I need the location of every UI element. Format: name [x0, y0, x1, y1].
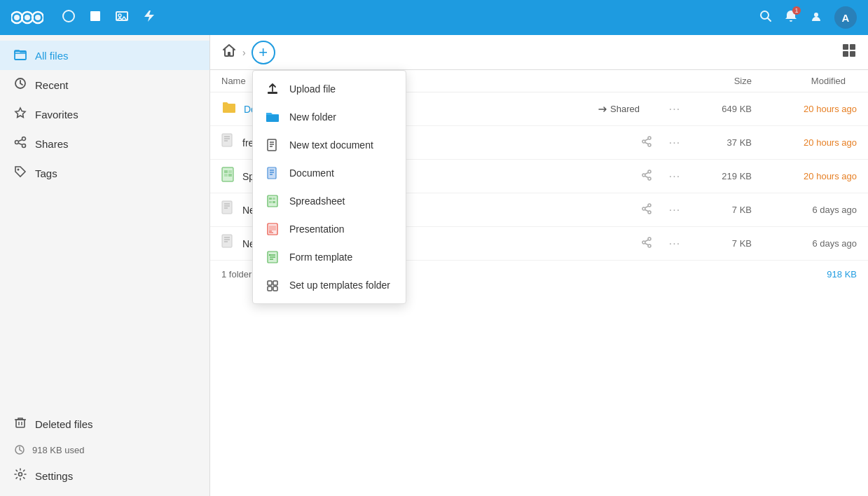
spreadsheet-icon — [221, 167, 235, 186]
photos-icon[interactable] — [115, 9, 129, 27]
sidebar-item-tags-label: Tags — [35, 167, 57, 179]
header-modified: Modified — [752, 76, 857, 86]
svg-point-3 — [14, 15, 20, 20]
sidebar-bottom: Deleted files 918 KB used Settings — [0, 409, 209, 496]
main-content: › + Name Size — [210, 35, 868, 496]
svg-point-35 — [642, 174, 645, 177]
svg-rect-54 — [269, 226, 276, 230]
folder-icon — [221, 99, 237, 118]
activity-icon[interactable] — [142, 9, 156, 27]
share-icon[interactable] — [633, 136, 661, 150]
text-doc-icon — [266, 138, 280, 152]
svg-rect-59 — [268, 287, 272, 291]
tags-icon — [14, 165, 27, 181]
svg-rect-46 — [268, 139, 276, 151]
svg-point-40 — [648, 211, 651, 214]
dashboard-icon[interactable] — [62, 9, 76, 27]
user-avatar[interactable]: A — [834, 6, 857, 29]
svg-point-4 — [25, 15, 30, 20]
svg-rect-58 — [273, 281, 277, 285]
new-text-document-item[interactable]: New text document — [253, 131, 406, 159]
sidebar-item-deleted-files[interactable]: Deleted files — [0, 409, 209, 439]
svg-point-34 — [648, 170, 651, 173]
svg-rect-18 — [16, 420, 25, 427]
app-logo[interactable] — [11, 7, 43, 28]
svg-rect-41 — [222, 235, 232, 247]
form-template-item[interactable]: Form template — [253, 243, 406, 271]
notifications-icon[interactable]: 1 — [784, 9, 798, 27]
total-size-label: 918 KB — [827, 269, 857, 280]
svg-rect-30 — [224, 170, 228, 173]
deleted-files-icon — [14, 416, 27, 432]
topbar-right: 1 A — [759, 6, 857, 29]
more-actions-icon[interactable]: ··· — [661, 170, 689, 183]
sidebar-item-settings[interactable]: Settings — [0, 461, 209, 490]
sidebar-item-recent[interactable]: Recent — [0, 70, 209, 99]
svg-point-28 — [648, 144, 651, 146]
document-label: Document — [289, 167, 334, 179]
upload-icon — [266, 82, 280, 96]
shared-badge: Shared — [577, 104, 661, 114]
more-actions-icon[interactable]: ··· — [661, 103, 689, 116]
svg-rect-23 — [843, 51, 848, 57]
spreadsheet-label: Spreadsheet — [289, 195, 345, 207]
new-file-button[interactable]: + — [252, 41, 275, 64]
svg-point-38 — [648, 204, 651, 207]
svg-rect-47 — [268, 167, 276, 179]
svg-point-20 — [19, 473, 22, 476]
share-icon[interactable] — [633, 203, 661, 217]
file-size: 649 KB — [689, 104, 752, 114]
svg-point-39 — [642, 207, 645, 210]
setup-templates-item[interactable]: Set up templates folder — [253, 271, 406, 299]
toolbar-right — [841, 43, 857, 62]
svg-rect-24 — [850, 51, 855, 57]
storage-used-label: 918 KB used — [32, 445, 84, 455]
more-actions-icon[interactable]: ··· — [661, 204, 689, 216]
all-files-icon — [14, 48, 27, 63]
home-button[interactable] — [221, 43, 237, 62]
recent-icon — [14, 77, 27, 92]
grid-view-icon[interactable] — [841, 46, 857, 61]
setup-templates-label: Set up templates folder — [289, 280, 390, 291]
upload-file-item[interactable]: Upload file — [253, 75, 406, 103]
share-icon[interactable] — [633, 237, 661, 251]
files-icon[interactable] — [88, 9, 102, 27]
more-actions-icon[interactable]: ··· — [661, 137, 689, 149]
svg-rect-31 — [228, 170, 232, 173]
file-modified: 20 hours ago — [752, 171, 857, 181]
document-item[interactable]: Document — [253, 159, 406, 187]
notification-badge: 1 — [792, 6, 801, 15]
logo-circles — [11, 7, 43, 28]
svg-point-9 — [118, 14, 121, 17]
search-icon[interactable] — [759, 9, 773, 27]
svg-rect-56 — [269, 254, 270, 256]
svg-point-26 — [648, 137, 651, 139]
sidebar-item-shares[interactable]: Shares — [0, 129, 209, 158]
svg-rect-12 — [15, 51, 26, 60]
toolbar: › + — [210, 35, 868, 70]
svg-rect-60 — [273, 287, 277, 291]
presentation-item[interactable]: Presentation — [253, 215, 406, 243]
svg-rect-50 — [273, 198, 275, 200]
new-folder-label: New folder — [289, 111, 336, 123]
svg-rect-49 — [269, 198, 272, 200]
svg-point-11 — [814, 13, 818, 17]
sidebar-item-tags[interactable]: Tags — [0, 158, 209, 188]
favorites-icon — [14, 106, 27, 122]
spreadsheet-item[interactable]: Spreadsheet — [253, 187, 406, 215]
svg-point-14 — [22, 137, 26, 141]
sidebar-item-all-files[interactable]: All files — [0, 41, 209, 70]
more-actions-icon[interactable]: ··· — [661, 237, 689, 250]
file-modified: 6 days ago — [752, 205, 857, 215]
new-text-document-label: New text document — [289, 139, 373, 151]
share-icon[interactable] — [633, 170, 661, 184]
file-doc3-icon — [221, 234, 235, 253]
svg-rect-21 — [843, 44, 848, 50]
new-folder-item[interactable]: New folder — [253, 103, 406, 131]
sidebar-item-favorites[interactable]: Favorites — [0, 99, 209, 129]
contacts-icon[interactable] — [809, 9, 823, 27]
svg-rect-37 — [222, 201, 232, 214]
svg-rect-52 — [273, 201, 275, 203]
svg-rect-25 — [222, 134, 232, 146]
sidebar-item-shares-label: Shares — [35, 138, 69, 150]
